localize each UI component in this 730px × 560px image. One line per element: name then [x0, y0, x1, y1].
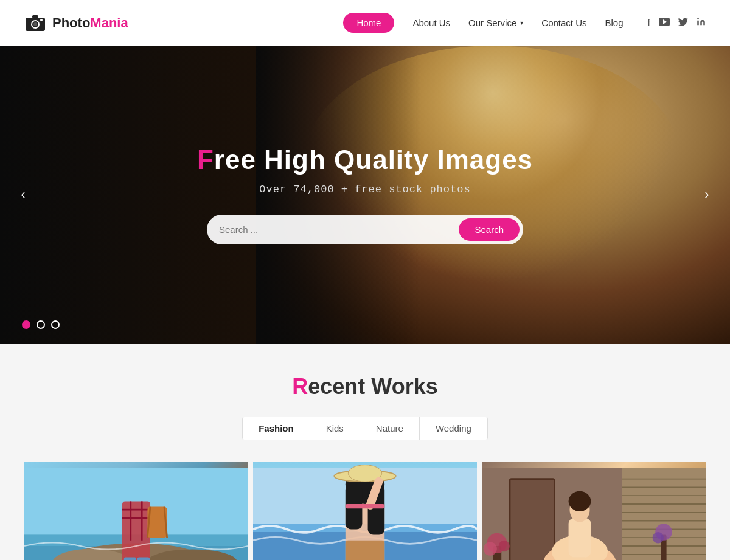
chevron-down-icon: ▾: [520, 19, 523, 26]
grid-img-2: [253, 462, 477, 560]
search-input[interactable]: [219, 221, 459, 238]
grid-item-2[interactable]: [253, 462, 477, 560]
linkedin-svg: [697, 17, 706, 26]
social-icons: f: [648, 17, 706, 29]
hero-title: Free High Quality Images: [12, 145, 718, 175]
svg-point-67: [653, 532, 664, 543]
hero-section: Free High Quality Images Over 74,000 + f…: [0, 46, 730, 344]
slider-dot-1[interactable]: [22, 320, 30, 329]
site-header: PhotoMania Home About Us Our Service ▾ C…: [0, 0, 730, 46]
grid-item-1[interactable]: [24, 462, 248, 560]
grid-img-3: [482, 462, 706, 560]
hero-content: Free High Quality Images Over 74,000 + f…: [0, 145, 730, 244]
svg-point-57: [484, 542, 497, 556]
search-bar: Search: [207, 215, 523, 244]
twitter-icon[interactable]: [678, 18, 688, 29]
main-nav: Home About Us Our Service ▾ Contact Us B…: [343, 13, 706, 33]
filter-tab-fashion[interactable]: Fashion: [243, 417, 310, 440]
facebook-icon[interactable]: f: [648, 18, 650, 29]
slider-prev-button[interactable]: ‹: [12, 184, 34, 206]
svg-point-5: [40, 19, 43, 21]
search-button[interactable]: Search: [459, 218, 520, 241]
youtube-svg: [659, 18, 670, 26]
svg-rect-1: [32, 15, 38, 18]
camera-icon: [24, 12, 46, 34]
slider-dots: [22, 320, 60, 329]
linkedin-icon[interactable]: [697, 17, 706, 29]
filter-tab-kids[interactable]: Kids: [310, 417, 360, 440]
hero-title-rest: ree High Quality Images: [214, 145, 533, 175]
section-title: Recent Works: [24, 374, 706, 399]
youtube-icon[interactable]: [659, 18, 670, 29]
section-title-rest: ecent Works: [308, 374, 437, 399]
nav-about-us[interactable]: About Us: [412, 18, 450, 28]
svg-point-8: [697, 18, 699, 19]
svg-point-64: [569, 491, 591, 511]
image-grid: [24, 462, 706, 560]
filter-tab-nature[interactable]: Nature: [360, 417, 420, 440]
logo-photo: Photo: [52, 15, 90, 30]
logo[interactable]: PhotoMania: [24, 12, 128, 34]
filter-tabs: Fashion Kids Nature Wedding: [242, 417, 488, 440]
svg-rect-36: [346, 541, 384, 560]
logo-text: PhotoMania: [52, 15, 128, 31]
svg-rect-62: [569, 518, 591, 557]
slider-next-button[interactable]: ›: [696, 184, 718, 206]
recent-works-section: Recent Works Fashion Kids Nature Wedding: [0, 344, 730, 560]
hero-title-first-letter: F: [197, 145, 214, 175]
svg-rect-54: [510, 479, 555, 560]
svg-point-4: [33, 22, 37, 26]
svg-rect-35: [346, 504, 384, 508]
section-title-first-letter: R: [292, 374, 308, 399]
svg-point-58: [499, 541, 510, 551]
nav-our-service[interactable]: Our Service ▾: [468, 18, 523, 28]
grid-img-1: [24, 462, 248, 560]
nav-home[interactable]: Home: [343, 13, 394, 33]
grid-item-3[interactable]: [482, 462, 706, 560]
logo-mania: Mania: [90, 15, 128, 30]
filter-tab-wedding[interactable]: Wedding: [420, 417, 487, 440]
slider-dot-2[interactable]: [36, 320, 45, 329]
nav-contact-us[interactable]: Contact Us: [541, 18, 586, 28]
slider-dot-3[interactable]: [51, 320, 60, 329]
nav-blog[interactable]: Blog: [605, 18, 624, 28]
hero-subtitle: Over 74,000 + free stock photos: [12, 184, 718, 195]
svg-rect-23: [124, 557, 136, 560]
twitter-svg: [678, 18, 688, 26]
svg-rect-24: [137, 557, 150, 560]
